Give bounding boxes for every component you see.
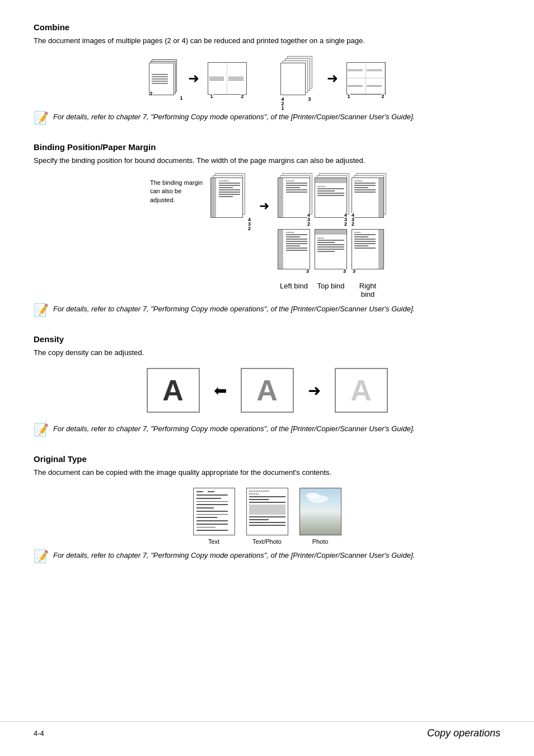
density-medium: A: [241, 368, 294, 413]
pg-num-3: 3: [308, 97, 311, 102]
combine-note: 📝 For details, refer to chapter 7, "Perf…: [34, 112, 500, 125]
page-num-1: 1: [180, 96, 183, 101]
br1-num-2: 2: [307, 222, 310, 227]
pg-num-1c: 1: [282, 106, 284, 111]
binding-row1: 4 3 2: [278, 173, 384, 213]
density-note: 📝 For details, refer to chapter 7, "Perf…: [34, 424, 500, 437]
origtype-text-box: [193, 488, 235, 535]
binding-source-doc: 4 3 2: [210, 173, 251, 222]
combine-title: Combine: [34, 22, 500, 32]
origtype-photo-group: Photo: [299, 488, 341, 545]
binding-note-text: For details, refer to chapter 7, "Perfor…: [53, 304, 415, 314]
combine-4up-result: 1 2: [346, 62, 386, 95]
binding-results: 4 3 2: [278, 173, 384, 298]
bst-num-3: 3: [343, 269, 346, 274]
density-title: Density: [34, 334, 500, 344]
binding-callout-group: The binding margin can also be adjusted.: [150, 173, 251, 222]
density-light: A: [335, 368, 388, 413]
bd-num-2a: 2: [248, 226, 251, 231]
top-bind-label: Top bind: [315, 282, 347, 298]
origtype-textphoto-label: Text/Photo: [252, 538, 282, 545]
origtype-textphoto-box: [246, 488, 288, 535]
density-right-arrow: ➜: [308, 381, 321, 400]
binding-main-diagram: The binding margin can also be adjusted.: [34, 173, 500, 298]
left-bind-label: Left bind: [278, 282, 310, 298]
combine-2up-result: 1 2: [208, 62, 247, 95]
combine-note-text: For details, refer to chapter 7, "Perfor…: [53, 112, 415, 122]
footer-page-number: 4-4: [34, 729, 44, 738]
origtype-photo-box: [299, 488, 341, 535]
original-type-note-icon: 📝: [34, 549, 49, 564]
page-num-1b: 1: [210, 94, 213, 99]
original-type-title: Original Type: [34, 454, 500, 464]
origtype-photo-label: Photo: [312, 538, 329, 545]
combine-arrow-1: ➜: [188, 71, 199, 86]
page-num-2b: 2: [241, 94, 243, 99]
right-bind-label: Right bind: [352, 282, 384, 298]
combine-description: The document images of multiple pages (2…: [34, 36, 500, 45]
bind-labels-row: Left bind Top bind Right bind: [278, 282, 384, 298]
combine-input-stack: 2 1: [149, 59, 180, 97]
pg-num-1d: 1: [348, 94, 350, 99]
original-type-note: 📝 For details, refer to chapter 7, "Perf…: [34, 550, 500, 564]
binding-section: Binding Position/Paper Margin Specify th…: [34, 142, 500, 318]
combine-section: Combine The document images of multiple …: [34, 22, 500, 125]
binding-row2: 3: [278, 229, 384, 269]
bind-single-right: 3: [352, 229, 384, 269]
binding-callout-text: The binding margin can also be adjusted.: [150, 173, 206, 204]
bind-res-right-1: 4 3 2: [352, 173, 384, 213]
binding-note: 📝 For details, refer to chapter 7, "Perf…: [34, 304, 500, 318]
combine-note-icon: 📝: [34, 111, 49, 125]
origtype-textphoto-group: Text/Photo: [246, 488, 288, 545]
bind-arrow: ➜: [259, 199, 269, 213]
original-type-note-text: For details, refer to chapter 7, "Perfor…: [53, 550, 415, 561]
brr1-num-2: 2: [352, 222, 354, 227]
combine-4-input: 4 3 2 1: [280, 56, 318, 101]
origtype-text-group: Text: [193, 488, 235, 545]
bsr-num-3: 3: [353, 269, 355, 274]
bsl-num-3: 3: [306, 269, 309, 274]
bind-res-left-1: 4 3 2: [278, 173, 310, 213]
bt1-num-2: 2: [344, 222, 347, 227]
density-description: The copy density can be adjusted.: [34, 348, 500, 357]
density-dark: A: [147, 368, 200, 413]
density-section: Density The copy density can be adjusted…: [34, 334, 500, 437]
binding-note-icon: 📝: [34, 303, 49, 318]
binding-title: Binding Position/Paper Margin: [34, 142, 500, 152]
density-note-text: For details, refer to chapter 7, "Perfor…: [53, 424, 415, 434]
origtype-text-label: Text: [208, 538, 219, 545]
pg-num-2d: 2: [381, 94, 384, 99]
density-left-arrow: ⬅: [214, 381, 227, 400]
bind-res-top-1: 4 3 2: [315, 173, 347, 213]
density-note-icon: 📝: [34, 423, 49, 437]
combine-diagram: 2 1 ➜ 1 2: [34, 56, 500, 101]
bind-single-top: 3: [315, 229, 347, 269]
footer-chapter: Copy operations: [427, 727, 500, 739]
origtype-diagram: Text: [34, 488, 500, 545]
binding-description: Specify the binding position for bound d…: [34, 156, 500, 165]
combine-arrow-2: ➜: [327, 71, 338, 86]
original-type-section: Original Type The document can be copied…: [34, 454, 500, 564]
original-type-description: The document can be copied with the imag…: [34, 468, 500, 477]
footer: 4-4 Copy operations: [0, 721, 534, 745]
page-num-2: 2: [150, 91, 153, 96]
density-diagram: A ⬅ A ➜ A: [34, 368, 500, 413]
bind-single-left: 3: [278, 229, 310, 269]
